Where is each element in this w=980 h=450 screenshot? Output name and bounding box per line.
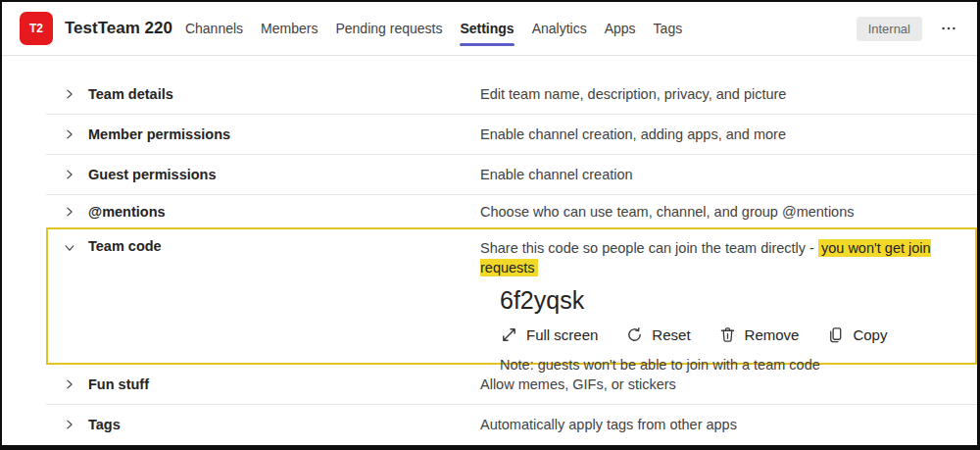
chevron-right-icon — [63, 205, 76, 219]
chevron-right-icon — [63, 418, 76, 431]
chevron-right-icon — [63, 377, 76, 391]
settings-row-team-code[interactable]: Team code — [48, 229, 480, 363]
settings-list: Team details Edit team name, description… — [46, 56, 977, 444]
tab-analytics[interactable]: Analytics — [523, 2, 596, 55]
row-description: Automatically apply tags from other apps — [480, 417, 977, 432]
row-label: Tags — [88, 417, 480, 432]
tab-pending-requests[interactable]: Pending requests — [326, 2, 451, 55]
app-window: T2 TestTeam 220 Channels Members Pending… — [0, 0, 980, 450]
header-right: Internal — [857, 16, 961, 41]
trash-icon — [718, 325, 737, 344]
settings-row-member-permissions[interactable]: Member permissions Enable channel creati… — [46, 115, 977, 154]
tab-apps[interactable]: Apps — [596, 2, 645, 55]
copy-icon — [826, 325, 845, 344]
tab-bar: Channels Members Pending requests Settin… — [176, 2, 691, 55]
row-description: Choose who can use team, channel, and gr… — [480, 204, 977, 220]
full-screen-label: Full screen — [526, 326, 598, 343]
team-code-note: Note: guests won't be able to join with … — [500, 357, 975, 373]
team-code-description-text: Share this code so people can join the t… — [480, 240, 818, 256]
team-code-content: Share this code so people can join the t… — [480, 229, 975, 363]
more-options-button[interactable] — [936, 16, 961, 41]
row-label: Team code — [88, 238, 480, 254]
settings-row-tags[interactable]: Tags Automatically apply tags from other… — [46, 405, 977, 444]
full-screen-icon — [500, 325, 518, 344]
ellipsis-icon — [940, 20, 957, 37]
tab-tags[interactable]: Tags — [645, 2, 692, 55]
team-code-actions: Full screen Reset — [500, 324, 975, 345]
team-avatar-initials: T2 — [29, 22, 43, 35]
settings-row-mentions[interactable]: @mentions Choose who can use team, chann… — [46, 195, 977, 227]
chevron-right-icon — [63, 168, 76, 181]
reset-button[interactable]: Reset — [625, 325, 690, 344]
tab-settings[interactable]: Settings — [451, 2, 522, 55]
row-label: Member permissions — [88, 126, 480, 142]
chevron-down-icon — [63, 241, 76, 255]
team-code-section: Team code Share this code so people can … — [46, 227, 977, 365]
chevron-right-icon — [63, 127, 76, 141]
row-label: @mentions — [88, 204, 480, 220]
copy-button[interactable]: Copy — [826, 325, 887, 344]
row-description: Enable channel creation, adding apps, an… — [480, 126, 977, 142]
chevron-right-icon — [63, 87, 76, 101]
settings-row-team-details[interactable]: Team details Edit team name, description… — [46, 75, 977, 114]
row-description: Allow memes, GIFs, or stickers — [480, 376, 977, 392]
row-description: Edit team name, description, privacy, an… — [480, 86, 977, 102]
reset-label: Reset — [652, 326, 690, 343]
team-code-description: Share this code so people can join the t… — [480, 238, 975, 277]
remove-button[interactable]: Remove — [718, 325, 800, 344]
team-code-value: 6f2yqsk — [500, 285, 975, 315]
tab-channels[interactable]: Channels — [176, 2, 252, 55]
internal-badge: Internal — [857, 17, 922, 41]
row-description: Enable channel creation — [480, 167, 977, 182]
full-screen-button[interactable]: Full screen — [500, 325, 598, 344]
row-label: Team details — [88, 86, 480, 102]
team-avatar: T2 — [20, 12, 53, 45]
settings-row-guest-permissions[interactable]: Guest permissions Enable channel creatio… — [46, 155, 977, 194]
row-label: Guest permissions — [88, 167, 480, 182]
team-title: TestTeam 220 — [65, 19, 172, 38]
team-header: T2 TestTeam 220 Channels Members Pending… — [2, 2, 977, 55]
tab-members[interactable]: Members — [252, 2, 326, 55]
row-label: Fun stuff — [88, 376, 480, 392]
remove-label: Remove — [745, 326, 800, 343]
copy-label: Copy — [853, 326, 887, 343]
reset-icon — [625, 325, 644, 344]
